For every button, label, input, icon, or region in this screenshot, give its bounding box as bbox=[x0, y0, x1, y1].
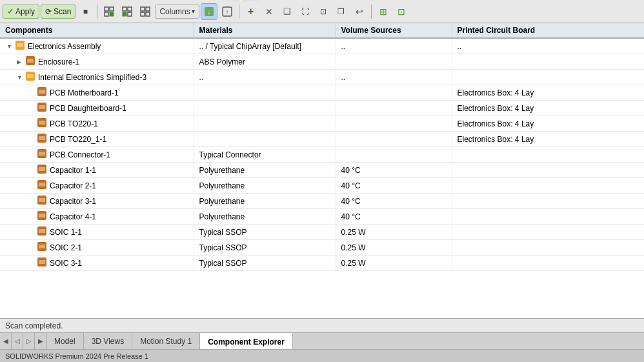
pcb-cell bbox=[452, 194, 644, 209]
tree-expand-icon[interactable] bbox=[101, 3, 117, 20]
volume-cell: 0.25 W bbox=[336, 225, 452, 240]
component-name: Capacitor 4-1 bbox=[50, 212, 96, 221]
node-icon bbox=[37, 87, 46, 98]
pcb-cell: Electronics Box: 4 Lay bbox=[452, 85, 644, 101]
component-name: Electronics Assembly bbox=[28, 42, 101, 51]
tree-select-icon[interactable] bbox=[137, 3, 154, 20]
svg-rect-11 bbox=[146, 12, 150, 16]
node-icon bbox=[37, 134, 46, 145]
component-name: PCB TO220-1 bbox=[50, 119, 98, 128]
pcb-cell: Electronics Box: 4 Lay bbox=[452, 132, 644, 147]
table-row[interactable]: Capacitor 1-1 Polyurethane40 °C bbox=[0, 163, 644, 178]
component-table: Components Materials Volume Sources Prin… bbox=[0, 23, 644, 271]
svg-rect-0 bbox=[105, 7, 108, 11]
material-cell: Typical SSOP bbox=[194, 256, 336, 271]
expand-icon[interactable]: ▼ bbox=[17, 74, 25, 81]
svg-rect-17 bbox=[17, 43, 23, 47]
expand-icon[interactable]: ▶ bbox=[17, 59, 25, 65]
svg-rect-2 bbox=[105, 12, 108, 16]
status-text: Scan completed. bbox=[5, 321, 63, 330]
volume-cell bbox=[336, 116, 452, 132]
table-body: ▼ Electronics Assembly .. / Typical Chip… bbox=[0, 38, 644, 271]
tab-nav-right[interactable]: ▶ bbox=[35, 333, 46, 350]
material-cell: Polyurethane bbox=[194, 194, 336, 209]
tab-compexplorer[interactable]: Component Explorer bbox=[200, 333, 293, 350]
table-row[interactable]: PCB Connector-1 Typical Connector bbox=[0, 147, 644, 163]
columns-button[interactable]: Columns ▾ bbox=[155, 5, 199, 19]
svg-rect-43 bbox=[39, 245, 45, 248]
group1-icon[interactable]: ⊞ bbox=[375, 3, 392, 20]
material-cell bbox=[194, 85, 336, 101]
stop-button[interactable]: ■ bbox=[77, 3, 94, 20]
table-row[interactable]: PCB Daughterboard-1 Electronics Box: 4 L… bbox=[0, 101, 644, 116]
scan-icon: ⟳ bbox=[45, 7, 52, 16]
node-icon bbox=[37, 226, 46, 237]
app-title: SOLIDWORKS Premium 2024 Pre Release 1 bbox=[5, 352, 148, 360]
copy-icon[interactable]: ❑ bbox=[279, 3, 296, 20]
material-cell: Polyurethane bbox=[194, 163, 336, 178]
split-icon[interactable]: ⊡ bbox=[315, 3, 332, 20]
table-row[interactable]: SOIC 1-1 Typical SSOP0.25 W bbox=[0, 225, 644, 240]
tree-collapse-icon[interactable] bbox=[119, 3, 136, 20]
expand-icon[interactable]: ▼ bbox=[6, 43, 14, 50]
col-header-pcb: Printed Circuit Board bbox=[452, 23, 644, 38]
tab-3dviews[interactable]: 3D Views bbox=[84, 333, 132, 350]
tab-nav-right2[interactable]: ▷ bbox=[23, 333, 35, 350]
node-icon bbox=[15, 41, 25, 52]
table-row[interactable]: PCB Motherboard-1 Electronics Box: 4 Lay bbox=[0, 85, 644, 101]
tab-motion1[interactable]: Motion Study 1 bbox=[132, 333, 200, 350]
group2-icon[interactable]: ⊡ bbox=[393, 3, 410, 20]
component-name: SOIC 1-1 bbox=[50, 228, 82, 237]
scan-button[interactable]: ⟳ Scan bbox=[41, 5, 75, 19]
material-cell: Polyurethane bbox=[194, 209, 336, 225]
paste-icon[interactable]: ❐ bbox=[333, 3, 350, 20]
undo-icon[interactable]: ↩ bbox=[351, 3, 368, 20]
table-row[interactable]: ▼ Electronics Assembly .. / Typical Chip… bbox=[0, 38, 644, 54]
material-cell bbox=[194, 101, 336, 116]
add-row-icon[interactable]: + bbox=[243, 3, 259, 20]
table-row[interactable]: Capacitor 2-1 Polyurethane40 °C bbox=[0, 178, 644, 194]
apply-label: Apply bbox=[15, 7, 35, 16]
apply-checkmark-icon: ✓ bbox=[7, 7, 14, 16]
svg-rect-39 bbox=[39, 214, 45, 217]
pcb-cell bbox=[452, 70, 644, 85]
volume-cell bbox=[336, 85, 452, 101]
pcb-cell bbox=[452, 178, 644, 194]
table-row[interactable]: ▼ Internal Electronics Simplified-3 .... bbox=[0, 70, 644, 85]
table-row[interactable]: PCB TO220_1-1 Electronics Box: 4 Lay bbox=[0, 132, 644, 147]
table-row[interactable]: ▶ Enclosure-1 ABS Polymer bbox=[0, 54, 644, 70]
export-icon-btn[interactable]: ↑ bbox=[219, 3, 236, 20]
material-cell: Typical SSOP bbox=[194, 225, 336, 240]
svg-rect-7 bbox=[128, 12, 132, 16]
table-row[interactable]: Capacitor 4-1 Polyurethane40 °C bbox=[0, 209, 644, 225]
pcb-cell: Electronics Box: 4 Lay bbox=[452, 116, 644, 132]
svg-rect-21 bbox=[27, 74, 34, 78]
table-row[interactable]: SOIC 3-1 Typical SSOP0.25 W bbox=[0, 256, 644, 271]
table-header-row: Components Materials Volume Sources Prin… bbox=[0, 23, 644, 38]
pcb-cell bbox=[452, 225, 644, 240]
node-icon bbox=[37, 149, 46, 160]
volume-cell bbox=[336, 132, 452, 147]
svg-rect-35 bbox=[39, 183, 45, 186]
pcb-cell bbox=[452, 163, 644, 178]
delete-row-icon[interactable]: ✕ bbox=[261, 3, 277, 20]
volume-cell: .. bbox=[336, 38, 452, 54]
import-icon-btn[interactable]: ↓ bbox=[201, 3, 217, 20]
table-row[interactable]: PCB TO220-1 Electronics Box: 4 Lay bbox=[0, 116, 644, 132]
table-row[interactable]: SOIC 2-1 Typical SSOP0.25 W bbox=[0, 240, 644, 256]
svg-rect-37 bbox=[39, 198, 45, 202]
tab-model[interactable]: Model bbox=[46, 333, 84, 350]
tab-nav-left[interactable]: ◀ bbox=[0, 333, 12, 350]
svg-rect-29 bbox=[39, 136, 45, 140]
material-cell bbox=[194, 116, 336, 132]
table-row[interactable]: Capacitor 3-1 Polyurethane40 °C bbox=[0, 194, 644, 209]
col-header-materials: Materials bbox=[194, 23, 336, 38]
apply-button[interactable]: ✓ Apply bbox=[3, 5, 39, 19]
material-cell: .. bbox=[194, 70, 336, 85]
volume-cell: 40 °C bbox=[336, 163, 452, 178]
fullscreen-icon[interactable]: ⛶ bbox=[297, 3, 314, 20]
svg-rect-31 bbox=[39, 152, 45, 156]
tab-nav-left2[interactable]: ◁ bbox=[12, 333, 23, 350]
svg-rect-33 bbox=[39, 167, 45, 171]
svg-rect-23 bbox=[39, 90, 45, 94]
